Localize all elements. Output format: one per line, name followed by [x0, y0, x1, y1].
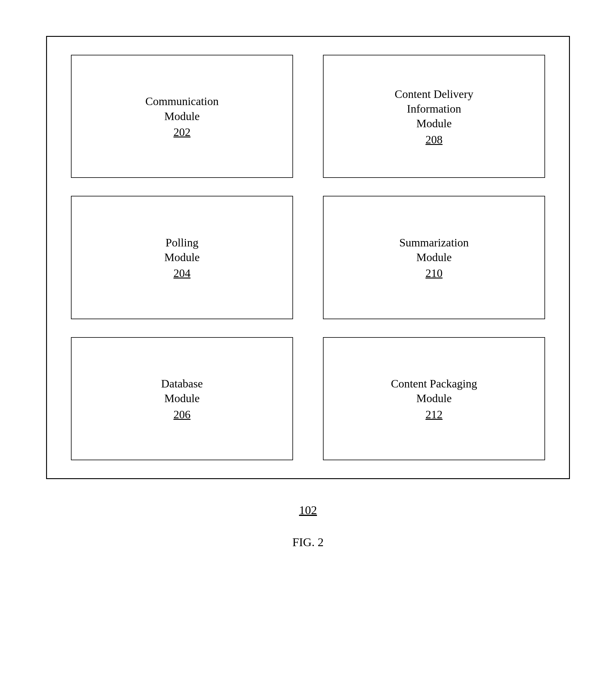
- bottom-section: 102 FIG. 2: [292, 503, 324, 549]
- outer-label: 102: [299, 503, 317, 517]
- communication-module-name: CommunicationModule: [146, 94, 219, 124]
- content-delivery-module-box: Content DeliveryInformationModule 208: [323, 55, 545, 178]
- database-module-box: DatabaseModule 206: [71, 337, 293, 460]
- summarization-module-name: SummarizationModule: [399, 235, 469, 265]
- main-diagram-container: CommunicationModule 202 Content Delivery…: [46, 36, 570, 479]
- polling-module-name: PollingModule: [164, 235, 200, 265]
- database-module-name: DatabaseModule: [161, 377, 203, 406]
- content-packaging-module-name: Content PackagingModule: [391, 377, 477, 406]
- content-delivery-module-number: 208: [426, 133, 443, 146]
- content-delivery-module-name: Content DeliveryInformationModule: [395, 87, 474, 131]
- communication-module-number: 202: [174, 126, 191, 138]
- database-module-number: 206: [174, 408, 191, 421]
- figure-caption: FIG. 2: [292, 535, 324, 549]
- summarization-module-number: 210: [426, 266, 443, 280]
- polling-module-number: 204: [174, 266, 191, 280]
- summarization-module-box: SummarizationModule 210: [323, 196, 545, 319]
- polling-module-box: PollingModule 204: [71, 196, 293, 319]
- content-packaging-module-number: 212: [426, 408, 443, 421]
- communication-module-box: CommunicationModule 202: [71, 55, 293, 178]
- content-packaging-module-box: Content PackagingModule 212: [323, 337, 545, 460]
